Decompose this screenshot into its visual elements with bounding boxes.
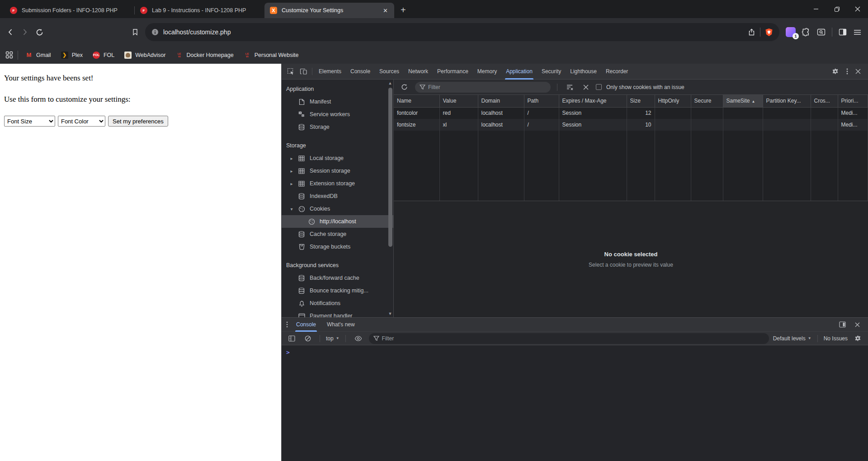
settings-gear-icon[interactable] — [829, 68, 842, 75]
collapse-twisty-icon[interactable]: ▾ — [289, 207, 294, 212]
sidebar-item-payment-handler[interactable]: Payment handler — [282, 310, 393, 317]
col-path[interactable]: Path — [524, 95, 559, 107]
tab-console[interactable]: Console — [346, 64, 375, 80]
sidebar-item-extension-storage[interactable]: ▸ Extension storage — [282, 177, 393, 190]
cookies-filter-input[interactable] — [428, 84, 528, 90]
bookmark-flag-icon[interactable] — [132, 28, 139, 36]
col-cross-site[interactable]: Cros... — [811, 95, 838, 107]
scroll-down-icon[interactable]: ▼ — [388, 311, 392, 316]
console-sidebar-toggle-icon[interactable] — [286, 335, 298, 342]
delete-all-icon[interactable] — [580, 85, 591, 90]
font-color-select[interactable]: Font Color — [58, 116, 105, 127]
sidebar-item-storage[interactable]: Storage — [282, 121, 393, 133]
sidebar-item-service-workers[interactable]: Service workers — [282, 108, 393, 121]
console-log-area[interactable]: > — [282, 345, 868, 461]
sidebar-item-back-forward-cache[interactable]: Back/forward cache — [282, 272, 393, 284]
restore-button[interactable] — [826, 0, 847, 18]
browser-tab-active[interactable]: X Customize Your Settings ✕ — [264, 3, 394, 18]
sidebar-item-manifest[interactable]: Manifest — [282, 95, 393, 108]
extensions-puzzle-icon[interactable] — [802, 28, 811, 37]
cookie-row-fontsize[interactable]: fontsize xl localhost / Session 10 Medi.… — [394, 119, 868, 131]
eye-icon[interactable] — [352, 336, 365, 341]
only-issue-label[interactable]: Only show cookies with an issue — [606, 84, 684, 90]
url-text[interactable]: localhost/customize.php — [163, 28, 743, 36]
drawer-tab-whats-new[interactable]: What's new — [321, 318, 360, 332]
col-size[interactable]: Size — [627, 95, 655, 107]
kebab-menu-icon[interactable] — [844, 68, 851, 75]
inspect-element-icon[interactable] — [284, 68, 297, 75]
site-info-icon[interactable] — [151, 28, 159, 36]
minimize-button[interactable] — [806, 0, 826, 18]
bookmark-plex[interactable]: ❯ Plex — [58, 52, 85, 59]
new-tab-button[interactable]: + — [401, 5, 406, 15]
tab-application[interactable]: Application — [501, 64, 537, 80]
bookmark-docker-homepage[interactable]: LEVI Docker Homepage — [173, 52, 236, 59]
col-domain[interactable]: Domain — [478, 95, 524, 107]
close-window-button[interactable] — [847, 0, 868, 18]
scrollbar-thumb[interactable] — [388, 88, 392, 247]
col-value[interactable]: Value — [439, 95, 478, 107]
tab-performance[interactable]: Performance — [433, 64, 473, 80]
reload-icon[interactable] — [35, 28, 44, 37]
console-filter-input[interactable] — [382, 335, 764, 342]
col-samesite[interactable]: SameSite▲ — [723, 95, 763, 107]
col-expires[interactable]: Expires / Max-Age — [559, 95, 627, 107]
col-secure[interactable]: Secure — [691, 95, 723, 107]
bookmark-gmail[interactable]: M Gmail — [23, 52, 54, 59]
drawer-tab-console[interactable]: Console — [291, 318, 321, 332]
share-icon[interactable] — [748, 28, 755, 36]
sidebar-item-local-storage[interactable]: ▸ Local storage — [282, 152, 393, 165]
clear-filter-icon[interactable] — [564, 84, 576, 90]
back-icon[interactable] — [6, 28, 14, 36]
tab-recorder[interactable]: Recorder — [601, 64, 632, 80]
expand-twisty-icon[interactable]: ▸ — [289, 181, 294, 186]
expand-twisty-icon[interactable]: ▸ — [289, 156, 294, 161]
bookmark-fol[interactable]: FOL FOL — [90, 52, 117, 59]
close-devtools-icon[interactable] — [853, 69, 863, 74]
browser-tab-2[interactable]: F Lab 9 - Instructions - INFO-1208 PHP — [135, 3, 264, 18]
browser-tab-1[interactable]: F Submission Folders - INFO-1208 PHP — [5, 3, 134, 18]
tab-sources[interactable]: Sources — [375, 64, 404, 80]
menu-hamburger-icon[interactable] — [853, 28, 862, 37]
tab-memory[interactable]: Memory — [473, 64, 501, 80]
font-size-select[interactable]: Font Size — [4, 116, 55, 127]
context-selector[interactable]: top▼ — [326, 335, 340, 342]
sidebar-scrollbar[interactable]: ▲ ▼ — [387, 80, 393, 316]
apps-grid-icon[interactable] — [5, 51, 13, 59]
scroll-up-icon[interactable]: ▲ — [388, 80, 392, 86]
tab-network[interactable]: Network — [404, 64, 433, 80]
log-levels-dropdown[interactable]: Default levels▼ — [773, 335, 811, 342]
sidebar-item-bounce-tracking[interactable]: Bounce tracking mitig... — [282, 284, 393, 297]
cookies-filter-box[interactable] — [415, 82, 551, 93]
col-partition-key[interactable]: Partition Key... — [763, 95, 811, 107]
set-preferences-button[interactable]: Set my preferences — [108, 116, 168, 127]
wallet-extension-icon[interactable]: 1 — [786, 27, 796, 37]
only-issue-checkbox[interactable] — [596, 84, 602, 90]
sidebar-item-session-storage[interactable]: ▸ Session storage — [282, 165, 393, 177]
col-name[interactable]: Name — [394, 95, 439, 107]
bookmark-webadvisor[interactable]: WebAdvisor — [122, 52, 168, 59]
console-settings-gear-icon[interactable] — [852, 335, 864, 342]
dock-panel-icon[interactable] — [836, 321, 849, 328]
url-bar[interactable]: localhost/customize.php — [145, 23, 779, 41]
tab-lighthouse[interactable]: Lighthouse — [566, 64, 601, 80]
search-page-icon[interactable] — [817, 28, 826, 37]
sidebar-panel-icon[interactable] — [839, 28, 847, 36]
brave-shield-icon[interactable] — [765, 28, 773, 37]
issues-status[interactable]: No Issues — [824, 335, 848, 342]
sidebar-item-storage-buckets[interactable]: Storage buckets — [282, 240, 393, 253]
refresh-icon[interactable] — [398, 84, 410, 90]
sidebar-item-notifications[interactable]: Notifications — [282, 297, 393, 310]
sidebar-item-cookies[interactable]: ▾ Cookies — [282, 202, 393, 215]
sidebar-item-indexeddb[interactable]: IndexedDB — [282, 190, 393, 202]
col-httponly[interactable]: HttpOnly — [655, 95, 691, 107]
expand-twisty-icon[interactable]: ▸ — [289, 169, 294, 174]
bookmark-personal-website[interactable]: LEVI Personal Website — [241, 52, 302, 59]
cookie-row-fontcolor[interactable]: fontcolor red localhost / Session 12 Med… — [394, 107, 868, 119]
close-drawer-icon[interactable] — [852, 322, 863, 327]
console-prompt-chevron[interactable]: > — [282, 345, 868, 356]
tab-security[interactable]: Security — [537, 64, 566, 80]
console-filter-box[interactable] — [369, 333, 769, 344]
device-toolbar-icon[interactable] — [297, 68, 310, 75]
tab-close-icon[interactable]: ✕ — [382, 7, 389, 14]
